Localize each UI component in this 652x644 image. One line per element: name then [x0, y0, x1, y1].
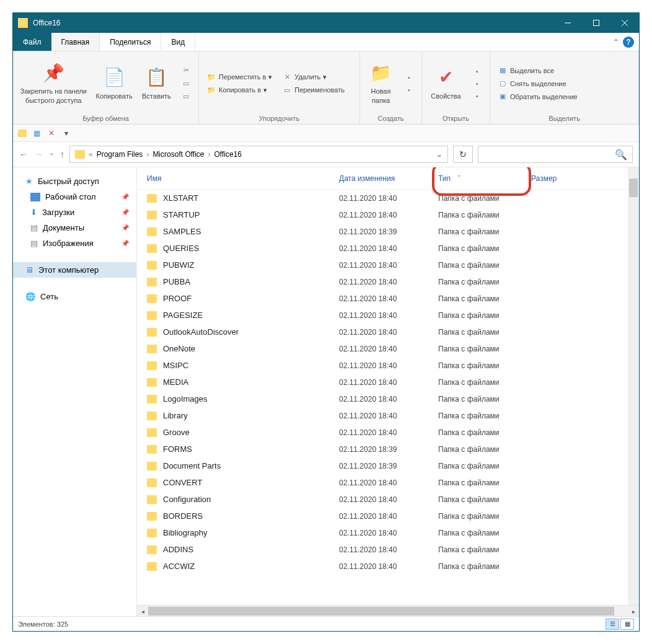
nav-back-button[interactable]: ←	[19, 149, 28, 159]
file-row[interactable]: ADDINS02.11.2020 18:40Папка с файлами	[137, 541, 639, 558]
copy-button[interactable]: 📄 Копировать	[93, 65, 136, 102]
maximize-button[interactable]	[582, 13, 610, 33]
copy-path-button[interactable]: ▭	[177, 77, 195, 89]
scroll-thumb[interactable]	[148, 607, 614, 615]
select-none-button[interactable]: ▢Снять выделение	[494, 77, 581, 89]
file-row[interactable]: LogoImages02.11.2020 18:40Папка с файлам…	[137, 390, 639, 407]
properties-button[interactable]: ✔ Свойства	[426, 65, 466, 102]
sidebar-quick-access[interactable]: ★ Быстрый доступ	[13, 174, 136, 189]
sidebar-pictures[interactable]: ▤ Изображения 📌	[13, 236, 136, 251]
file-row[interactable]: XLSTART02.11.2020 18:40Папка с файлами	[137, 190, 639, 206]
rename-button[interactable]: ▭Переименовать	[278, 84, 348, 96]
cut-button[interactable]: ✂	[177, 64, 195, 76]
refresh-button[interactable]: ↻	[453, 146, 473, 163]
new-item-button[interactable]: ▪	[400, 72, 418, 83]
file-row[interactable]: CONVERT02.11.2020 18:40Папка с файлами	[137, 474, 639, 491]
paste-button[interactable]: 📋 Вставить	[138, 65, 175, 102]
address-bar[interactable]: « Program Files › Microsoft Office › Off…	[69, 146, 448, 163]
close-button[interactable]	[610, 13, 639, 33]
view-details-button[interactable]: ☰	[606, 619, 619, 630]
column-name[interactable]: Имя	[147, 174, 339, 183]
file-date: 02.11.2020 18:40	[339, 244, 438, 253]
file-row[interactable]: Groove02.11.2020 18:40Папка с файлами	[137, 424, 639, 441]
breadcrumb[interactable]: Office16	[214, 150, 242, 159]
qat-view-icon[interactable]: ▦	[32, 128, 42, 138]
sidebar-documents[interactable]: ▤ Документы 📌	[13, 220, 136, 236]
sidebar-this-pc[interactable]: 🖥 Этот компьютер	[13, 262, 136, 278]
move-to-button[interactable]: 📁Переместить в ▾	[203, 71, 276, 83]
file-type: Папка с файлами	[438, 261, 531, 270]
file-row[interactable]: PAGESIZE02.11.2020 18:40Папка с файлами	[137, 307, 639, 324]
search-input[interactable]: 🔍	[478, 146, 633, 163]
folder-icon	[147, 345, 157, 353]
scroll-left-button[interactable]: ◂	[137, 606, 148, 616]
nav-up-button[interactable]: ↑	[60, 149, 64, 159]
minimize-button[interactable]	[553, 13, 582, 33]
file-row[interactable]: PUBBA02.11.2020 18:40Папка с файлами	[137, 273, 639, 290]
sidebar-desktop[interactable]: Рабочий стол 📌	[13, 189, 136, 205]
file-row[interactable]: Bibliography02.11.2020 18:40Папка с файл…	[137, 524, 639, 541]
file-row[interactable]: PUBWIZ02.11.2020 18:40Папка с файлами	[137, 257, 639, 273]
file-row[interactable]: SAMPLES02.11.2020 18:39Папка с файлами	[137, 223, 639, 240]
file-list[interactable]: XLSTART02.11.2020 18:40Папка с файламиST…	[137, 190, 639, 605]
help-icon[interactable]: ?	[623, 37, 634, 48]
file-row[interactable]: ACCWIZ02.11.2020 18:40Папка с файлами	[137, 558, 639, 575]
file-name: OutlookAutoDiscover	[163, 327, 339, 337]
file-row[interactable]: BORDERS02.11.2020 18:40Папка с файлами	[137, 508, 639, 524]
tab-home[interactable]: Главная	[51, 33, 100, 51]
breadcrumb[interactable]: Microsoft Office	[152, 150, 204, 159]
paste-icon: 📋	[146, 66, 167, 89]
file-name: MSIPC	[163, 361, 339, 370]
file-row[interactable]: PROOF02.11.2020 18:40Папка с файлами	[137, 290, 639, 307]
file-row[interactable]: STARTUP02.11.2020 18:40Папка с файлами	[137, 206, 639, 223]
file-row[interactable]: Configuration02.11.2020 18:40Папка с фай…	[137, 491, 639, 508]
sidebar-network[interactable]: 🌐 Сеть	[13, 289, 136, 304]
file-name: SAMPLES	[163, 227, 339, 236]
pin-quick-access-button[interactable]: 📌 Закрепить на панели быстрого доступа	[17, 61, 90, 106]
breadcrumb[interactable]: Program Files	[97, 150, 143, 159]
file-row[interactable]: Document Parts02.11.2020 18:39Папка с фа…	[137, 457, 639, 474]
file-row[interactable]: QUERIES02.11.2020 18:40Папка с файлами	[137, 240, 639, 257]
edit-button[interactable]: ▪	[469, 78, 486, 89]
new-folder-button[interactable]: 📁 Новая папка	[364, 61, 398, 106]
nav-recent-button[interactable]: ⌄	[49, 149, 54, 159]
column-type[interactable]: Тип ⌄	[438, 174, 531, 183]
tab-file[interactable]: Файл	[13, 33, 51, 51]
nav-forward-button[interactable]: →	[34, 149, 43, 159]
select-all-button[interactable]: ▦Выделить все	[494, 64, 581, 76]
vertical-scrollbar[interactable]	[628, 167, 639, 605]
file-row[interactable]: Library02.11.2020 18:40Папка с файлами	[137, 407, 639, 424]
column-size[interactable]: Размер	[531, 174, 581, 183]
copy-to-button[interactable]: 📁Копировать в ▾	[203, 84, 276, 96]
view-icons-button[interactable]: ▦	[620, 619, 634, 630]
file-row[interactable]: FORMS02.11.2020 18:39Папка с файлами	[137, 441, 639, 457]
delete-button[interactable]: ✕Удалить ▾	[278, 71, 348, 83]
file-row[interactable]: MSIPC02.11.2020 18:40Папка с файлами	[137, 357, 639, 374]
scroll-thumb[interactable]	[629, 179, 638, 197]
file-name: ADDINS	[163, 545, 339, 554]
tab-view[interactable]: Вид	[161, 33, 195, 51]
history-button[interactable]: ▪	[469, 90, 486, 102]
scroll-right-button[interactable]: ▸	[628, 606, 639, 616]
open-button[interactable]: ▪	[469, 66, 486, 77]
sidebar-downloads[interactable]: ⬇ Загрузки 📌	[13, 205, 136, 220]
qat-dropdown-icon[interactable]: ▾	[61, 128, 71, 138]
tab-share[interactable]: Поделиться	[100, 33, 161, 51]
file-date: 02.11.2020 18:39	[339, 227, 438, 236]
ribbon-collapse-icon[interactable]: ⌃	[613, 38, 619, 46]
paste-shortcut-button[interactable]: ▭	[177, 90, 195, 102]
invert-selection-button[interactable]: ▣Обратить выделение	[494, 90, 581, 102]
file-row[interactable]: OutlookAutoDiscover02.11.2020 18:40Папка…	[137, 324, 639, 340]
horizontal-scrollbar[interactable]: ◂ ▸	[137, 605, 639, 616]
column-date[interactable]: Дата изменения	[339, 174, 438, 183]
qat-delete-icon[interactable]: ✕	[46, 128, 56, 138]
easy-access-button[interactable]: ▪	[400, 84, 418, 95]
file-type: Папка с файлами	[438, 395, 531, 404]
file-row[interactable]: MEDIA02.11.2020 18:40Папка с файлами	[137, 374, 639, 390]
address-dropdown-icon[interactable]: ⌄	[436, 150, 443, 159]
qat-folder-icon[interactable]	[18, 130, 27, 137]
new-item-icon: ▪	[404, 74, 414, 81]
file-row[interactable]: OneNote02.11.2020 18:40Папка с файлами	[137, 340, 639, 357]
file-type: Папка с файлами	[438, 479, 531, 487]
new-folder-icon: 📁	[370, 62, 392, 84]
